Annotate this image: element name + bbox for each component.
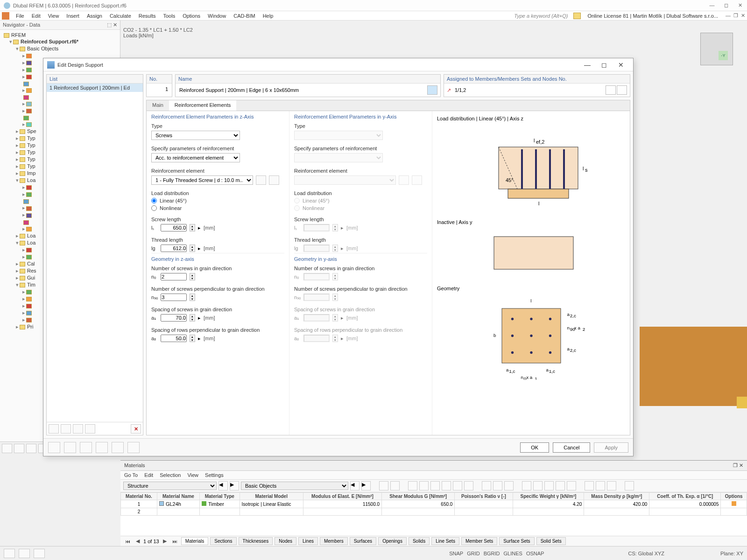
tree-item[interactable]: Spe (27, 128, 36, 134)
status-btn3[interactable] (34, 549, 45, 558)
footer-tool1[interactable] (48, 442, 60, 453)
tab-reinforcement[interactable]: Reinforcement Elements (169, 100, 236, 111)
tab-main[interactable]: Main (147, 100, 169, 111)
tree-item[interactable]: Typ (27, 142, 35, 148)
list-new-button[interactable] (49, 424, 59, 434)
list-copy-button[interactable] (61, 424, 71, 434)
status-glines[interactable]: GLINES (504, 551, 522, 556)
mat-menu-edit[interactable]: Edit (144, 472, 153, 478)
tree-item[interactable]: Loa (27, 177, 35, 183)
tree-item[interactable]: Loa (27, 233, 35, 238)
mat-tool-i[interactable] (482, 481, 491, 490)
status-osnap[interactable]: OSNAP (526, 551, 544, 556)
z-a1-spinner[interactable]: ▴▾ (190, 314, 195, 322)
apply-button[interactable]: Apply (594, 442, 628, 453)
col-gamma[interactable]: Specific Weight γ [kN/m³] (513, 493, 584, 500)
dialog-close-button[interactable]: ✕ (613, 61, 629, 69)
z-elem-new-button[interactable] (256, 175, 266, 185)
mat-tool-g[interactable] (453, 481, 462, 490)
mtab-materials[interactable]: Materials (181, 537, 209, 545)
menu-calculate[interactable]: Calculate (106, 12, 135, 20)
table-row[interactable]: 2 (121, 508, 747, 516)
footer-tool6[interactable] (127, 442, 140, 453)
mtab-sections[interactable]: Sections (210, 537, 236, 545)
z-n0-spinner[interactable]: ▴▾ (190, 273, 195, 280)
menu-options[interactable]: Options (179, 12, 204, 20)
mat-tool-l[interactable] (522, 481, 531, 490)
z-n0-input[interactable] (161, 273, 187, 280)
no-input[interactable] (149, 85, 169, 93)
mat-tool-p1[interactable]: ◀ (350, 481, 359, 490)
mtab-solids[interactable]: Solids (409, 537, 430, 545)
ok-button[interactable]: OK (520, 442, 549, 453)
view-cube-y-icon[interactable]: -Y (719, 51, 728, 60)
nav-tool-3[interactable] (26, 444, 36, 453)
z-arrow-icon[interactable]: ▸ (198, 225, 201, 231)
navigator-pin-icon[interactable]: ⬚ (107, 22, 112, 28)
z-n90-spinner[interactable]: ▴▾ (190, 294, 195, 301)
mtab-members[interactable]: Members (320, 537, 348, 545)
col-alpha[interactable]: Coeff. of Th. Exp. α [1/°C] (649, 493, 721, 500)
mat-tool-e[interactable] (430, 481, 440, 490)
menu-insert[interactable]: Insert (63, 12, 83, 20)
col-matname[interactable]: Material Name (157, 493, 199, 500)
list-row[interactable]: 1 Reinforced Support | 200mm | Ed (47, 84, 143, 92)
z-ls-input[interactable] (161, 224, 187, 231)
mat-tool-k[interactable] (504, 481, 514, 490)
tabnav-last[interactable]: ⏭ (170, 539, 179, 544)
z-a2-input[interactable] (161, 335, 187, 342)
mat-menu-view[interactable]: View (187, 472, 198, 478)
tree-item[interactable]: Imp (27, 170, 35, 176)
tree-item[interactable]: Cal (27, 261, 35, 266)
menu-file[interactable]: File (12, 12, 28, 20)
tree-item[interactable]: Typ (27, 135, 35, 141)
materials-pin-icon[interactable]: ❐ (733, 462, 738, 468)
status-btn2[interactable] (19, 549, 30, 558)
z-lg-input[interactable] (161, 245, 187, 252)
z-a2-spinner[interactable]: ▴▾ (190, 335, 195, 342)
cancel-button[interactable]: Cancel (553, 442, 590, 453)
tree-item[interactable]: Res (27, 268, 36, 273)
mat-tool-h[interactable] (464, 481, 473, 490)
options-icon[interactable] (732, 501, 736, 506)
mtab-solidsets[interactable]: Solid Sets (536, 537, 566, 545)
doc-minimize-button[interactable]: — (726, 13, 731, 19)
z-nonlinear-radio[interactable] (151, 205, 157, 211)
tree-file[interactable]: Reinforced Support.rf6* (21, 39, 78, 44)
materials-close-icon[interactable]: ✕ (739, 462, 743, 468)
z-a1-arrow-icon[interactable]: ▸ (198, 315, 201, 321)
footer-tool2[interactable] (64, 442, 76, 453)
mat-tool-p[interactable] (585, 481, 594, 490)
z-linear-radio[interactable] (151, 198, 157, 203)
dialog-minimize-button[interactable]: — (579, 61, 596, 69)
mtab-linesets[interactable]: Line Sets (431, 537, 459, 545)
tree-item[interactable]: Loa (27, 240, 35, 245)
z-n90-input[interactable] (161, 294, 187, 301)
z-elem-edit-button[interactable] (269, 175, 279, 185)
tabnav-first[interactable]: ⏮ (123, 539, 132, 544)
footer-tool3[interactable] (80, 442, 92, 453)
doc-restore-button[interactable]: ❐ (733, 13, 738, 19)
mat-tool-fx[interactable] (544, 481, 554, 490)
menu-assign[interactable]: Assign (83, 12, 106, 20)
mat-tool-d[interactable] (419, 481, 429, 490)
table-row[interactable]: 1 GL24h Timber Isotropic | Linear Elasti… (121, 500, 747, 508)
col-matno[interactable]: Material No. (121, 493, 157, 500)
z-spec-select[interactable]: Acc. to reinforcement element (151, 153, 240, 162)
tree-basic[interactable]: Basic Objects (27, 46, 58, 51)
z-lg-spinner[interactable]: ▴▾ (190, 245, 195, 252)
mat-tool-r[interactable] (607, 481, 616, 490)
status-bgrid[interactable]: BGRID (484, 551, 500, 556)
mtab-thicknesses[interactable]: Thicknesses (239, 537, 273, 545)
close-button[interactable]: ✕ (737, 2, 743, 9)
tree-item[interactable]: Pri (27, 324, 33, 329)
col-mattype[interactable]: Material Type (199, 493, 240, 500)
mat-tool-c[interactable] (408, 481, 417, 490)
tree-item[interactable]: Tim (27, 282, 35, 287)
status-snap[interactable]: SNAP (449, 551, 463, 556)
assigned-pick-button[interactable] (606, 85, 616, 95)
mtab-lines[interactable]: Lines (298, 537, 318, 545)
mat-tool-q[interactable] (596, 481, 605, 490)
name-edit-button[interactable] (427, 85, 437, 95)
menu-tools[interactable]: Tools (159, 12, 179, 20)
